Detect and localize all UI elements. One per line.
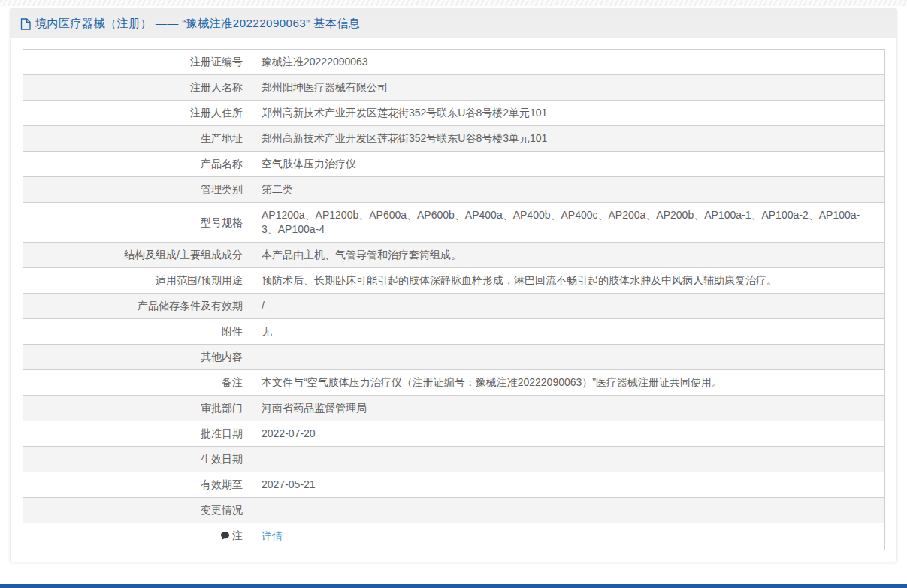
table-row: 批准日期 2022-07-20: [23, 421, 885, 447]
table-row: 适用范围/预期用途 预防术后、长期卧床可能引起的肢体深静脉血栓形成，淋巴回流不畅…: [23, 268, 885, 294]
row-value: 空气肢体压力治疗仪: [252, 152, 885, 177]
bottom-bar: [0, 584, 907, 588]
row-label: 其他内容: [23, 345, 252, 370]
row-label: 产品储存条件及有效期: [23, 294, 252, 319]
table-row: 变更情况: [23, 498, 885, 523]
row-value: 郑州阳坤医疗器械有限公司: [252, 75, 885, 101]
table-row: 附件 无: [23, 319, 885, 345]
table-row: 有效期至 2027-05-21: [23, 472, 885, 498]
row-label: 生效日期: [23, 447, 252, 472]
row-value: 郑州高新技术产业开发区莲花街352号联东U谷8号楼2单元101: [252, 101, 885, 126]
row-value: 2027-05-21: [252, 472, 885, 498]
table-row: 产品名称 空气肢体压力治疗仪: [23, 152, 885, 177]
row-value: 详情: [252, 523, 885, 550]
registration-info-table: 注册证编号 豫械注准20222090063 注册人名称 郑州阳坤医疗器械有限公司…: [23, 49, 885, 550]
row-label: 注册证编号: [23, 50, 252, 75]
table-row: 生产地址 郑州高新技术产业开发区莲花街352号联东U谷8号楼3单元101: [23, 126, 885, 152]
row-value: /: [252, 294, 885, 319]
table-row: 生效日期: [23, 447, 885, 472]
table-row: 注册人住所 郑州高新技术产业开发区莲花街352号联东U谷8号楼2单元101: [23, 101, 885, 126]
row-label: 型号规格: [23, 203, 252, 243]
row-label: 附件: [23, 319, 252, 345]
row-label: 变更情况: [23, 498, 252, 523]
table-row: 产品储存条件及有效期 /: [23, 294, 885, 319]
document-icon: [20, 18, 31, 30]
row-value: 2022-07-20: [252, 421, 885, 447]
row-value: [252, 345, 885, 370]
details-link[interactable]: 详情: [262, 530, 283, 542]
table-row: 注册人名称 郑州阳坤医疗器械有限公司: [23, 75, 885, 101]
page-title: 境内医疗器械（注册） —— “豫械注准20222090063” 基本信息: [35, 17, 360, 31]
page-header: 境内医疗器械（注册） —— “豫械注准20222090063” 基本信息: [11, 9, 896, 38]
row-label: 注: [23, 523, 252, 550]
row-value: 河南省药品监督管理局: [252, 396, 885, 421]
row-value: 豫械注准20222090063: [252, 50, 885, 75]
row-value: [252, 498, 885, 523]
row-label: 注册人名称: [23, 75, 252, 101]
row-value: 无: [252, 319, 885, 345]
table-row: 备注 本文件与“空气肢体压力治疗仪（注册证编号：豫械注准20222090063）…: [23, 370, 885, 396]
row-label: 产品名称: [23, 152, 252, 177]
row-label: 适用范围/预期用途: [23, 268, 252, 294]
row-label: 管理类别: [23, 177, 252, 203]
row-label: 生产地址: [23, 126, 252, 152]
row-value: AP1200a、AP1200b、AP600a、AP600b、AP400a、AP4…: [252, 203, 885, 243]
row-label: 审批部门: [23, 396, 252, 421]
row-label: 批准日期: [23, 421, 252, 447]
table-row: 注册证编号 豫械注准20222090063: [23, 50, 885, 75]
top-decorative-strip: [0, 0, 907, 6]
row-value: 郑州高新技术产业开发区莲花街352号联东U谷8号楼3单元101: [252, 126, 885, 152]
row-value: 第二类: [252, 177, 885, 203]
row-label: 备注: [23, 370, 252, 396]
content-panel: 境内医疗器械（注册） —— “豫械注准20222090063” 基本信息 注册证…: [10, 8, 897, 562]
table-row: 管理类别 第二类: [23, 177, 885, 203]
row-value: 本文件与“空气肢体压力治疗仪（注册证编号：豫械注准20222090063）”医疗…: [252, 370, 885, 396]
table-row: 其他内容: [23, 345, 885, 370]
row-value: 本产品由主机、气管导管和治疗套筒组成。: [252, 243, 885, 268]
row-label: 有效期至: [23, 472, 252, 498]
row-label: 结构及组成/主要组成成分: [23, 243, 252, 268]
row-value: [252, 447, 885, 472]
table-row: 型号规格 AP1200a、AP1200b、AP600a、AP600b、AP400…: [23, 203, 885, 243]
note-bubble-icon: [220, 530, 230, 544]
table-row: 结构及组成/主要组成成分 本产品由主机、气管导管和治疗套筒组成。: [23, 243, 885, 268]
row-value: 预防术后、长期卧床可能引起的肢体深静脉血栓形成，淋巴回流不畅引起的肢体水肿及中风…: [252, 268, 885, 294]
table-row: 审批部门 河南省药品监督管理局: [23, 396, 885, 421]
table-row: 注 详情: [23, 523, 885, 550]
row-label: 注册人住所: [23, 101, 252, 126]
